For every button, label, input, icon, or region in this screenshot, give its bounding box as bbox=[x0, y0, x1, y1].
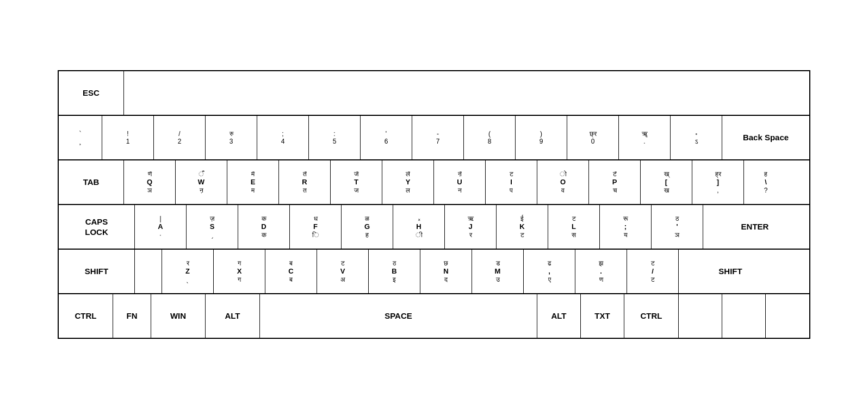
key-rbracket[interactable]: ह्र ] , bbox=[692, 160, 744, 204]
key-m[interactable]: ड M उ bbox=[472, 250, 524, 293]
alt-right-key[interactable]: ALT bbox=[537, 294, 581, 338]
key-3-top: रु bbox=[230, 130, 233, 138]
key-t[interactable]: ज̄ T ज bbox=[331, 160, 382, 204]
caps-lock-key[interactable]: CAPSLOCK bbox=[59, 205, 135, 249]
key-q-bot: ञ bbox=[147, 187, 152, 194]
shift-right-key[interactable]: SHIFT bbox=[679, 250, 782, 293]
key-z[interactable]: र Z ˎ bbox=[162, 250, 214, 293]
key-f[interactable]: ध F ि bbox=[290, 205, 342, 249]
key-equals[interactable]: ॰ ऽ bbox=[671, 116, 722, 159]
key-f-mid: F bbox=[313, 222, 318, 231]
key-7-bot: 7 bbox=[436, 138, 440, 145]
key-6[interactable]: ' 6 bbox=[361, 116, 412, 159]
key-minus-bot: . bbox=[643, 138, 645, 145]
key-s-mid: S bbox=[210, 222, 215, 231]
key-l[interactable]: ट L स bbox=[548, 205, 600, 249]
key-quote-mid: ' bbox=[676, 222, 678, 231]
key-w[interactable]: ँ W ऩ bbox=[176, 160, 227, 204]
backspace-label: Back Space bbox=[743, 132, 789, 143]
empty-key-1 bbox=[679, 294, 722, 338]
key-i[interactable]: ट I प bbox=[486, 160, 537, 204]
key-o[interactable]: ो O व bbox=[537, 160, 589, 204]
key-p[interactable]: ट̄ P च bbox=[589, 160, 641, 204]
key-n[interactable]: छ N द bbox=[420, 250, 472, 293]
tab-key[interactable]: TAB bbox=[59, 160, 124, 204]
key-3-bot: 3 bbox=[230, 138, 233, 145]
key-period[interactable]: झ . ण bbox=[575, 250, 627, 293]
key-k[interactable]: ई K ट bbox=[497, 205, 548, 249]
key-5-top: : bbox=[333, 130, 335, 138]
key-4-top: ; bbox=[282, 130, 283, 138]
key-0[interactable]: छ्र 0 bbox=[567, 116, 619, 159]
key-minus[interactable]: ॠ . bbox=[619, 116, 671, 159]
key-v[interactable]: ट V अ bbox=[317, 250, 369, 293]
key-t-bot: ज bbox=[354, 187, 358, 194]
backspace-key[interactable]: Back Space bbox=[722, 116, 809, 159]
space-label: SPACE bbox=[385, 311, 412, 321]
key-4[interactable]: ; 4 bbox=[257, 116, 309, 159]
key-comma-top: ढ bbox=[548, 259, 551, 267]
key-5[interactable]: : 5 bbox=[309, 116, 361, 159]
esc-key[interactable]: ESC bbox=[59, 71, 124, 115]
key-1-bot: 1 bbox=[126, 138, 130, 145]
fn-key[interactable]: FN bbox=[113, 294, 151, 338]
key-slash-top: ट bbox=[651, 259, 655, 267]
key-1[interactable]: ! 1 bbox=[102, 116, 154, 159]
key-backquote[interactable]: ˋ ¸ bbox=[59, 116, 102, 159]
key-quote[interactable]: ठ ' ञ bbox=[652, 205, 703, 249]
key-c[interactable]: ब C ब bbox=[265, 250, 317, 293]
key-x-bot: ग bbox=[238, 276, 241, 283]
key-n-mid: N bbox=[443, 267, 448, 276]
key-0-bot: 0 bbox=[591, 138, 595, 145]
key-u[interactable]: ऩ̄ U न bbox=[434, 160, 486, 204]
key-comma[interactable]: ढ , ए bbox=[524, 250, 575, 293]
key-period-bot: ण bbox=[599, 276, 603, 283]
txt-key[interactable]: TXT bbox=[581, 294, 624, 338]
key-e[interactable]: म̄ E म bbox=[227, 160, 279, 204]
key-g-mid: G bbox=[364, 222, 370, 231]
key-b-top: ठ bbox=[393, 259, 396, 267]
key-x[interactable]: ग X ग bbox=[214, 250, 265, 293]
key-lbracket[interactable]: ख् [ ख bbox=[641, 160, 692, 204]
key-8[interactable]: ( 8 bbox=[464, 116, 516, 159]
key-l-top: ट bbox=[572, 215, 576, 222]
key-a[interactable]: | A · bbox=[135, 205, 187, 249]
key-u-bot: न bbox=[458, 187, 462, 194]
key-rbracket-mid: ] bbox=[717, 178, 719, 187]
enter-key[interactable]: ENTER bbox=[703, 205, 807, 249]
key-backslash-top: ह bbox=[764, 170, 767, 178]
key-slash[interactable]: ट / ट bbox=[627, 250, 679, 293]
key-c-mid: C bbox=[288, 267, 293, 276]
key-j[interactable]: ऋ J र bbox=[445, 205, 497, 249]
ctrl-right-key[interactable]: CTRL bbox=[624, 294, 679, 338]
key-y[interactable]: ल̄ Y ल bbox=[382, 160, 434, 204]
key-7[interactable]: - 7 bbox=[412, 116, 464, 159]
ctrl-left-key[interactable]: CTRL bbox=[59, 294, 113, 338]
key-i-bot: प bbox=[510, 187, 513, 194]
empty-key-3 bbox=[766, 294, 809, 338]
key-7-top: - bbox=[437, 130, 439, 138]
key-d[interactable]: क D क bbox=[238, 205, 290, 249]
key-n-bot: द bbox=[444, 276, 448, 283]
key-8-top: ( bbox=[488, 130, 491, 138]
win-key[interactable]: WIN bbox=[151, 294, 206, 338]
key-b[interactable]: ठ B इ bbox=[369, 250, 420, 293]
shift-left-key[interactable]: SHIFT bbox=[59, 250, 135, 293]
key-h[interactable]: ₓ H ी bbox=[393, 205, 445, 249]
key-j-top: ऋ bbox=[468, 215, 474, 222]
key-2[interactable]: / 2 bbox=[154, 116, 206, 159]
key-p-mid: P bbox=[612, 178, 617, 187]
key-4-bot: 4 bbox=[281, 138, 285, 145]
key-r[interactable]: त̄ R त bbox=[279, 160, 331, 204]
key-9[interactable]: ) 9 bbox=[516, 116, 567, 159]
key-s[interactable]: ज़ S ˏ bbox=[187, 205, 238, 249]
esc-label: ESC bbox=[83, 88, 100, 98]
key-3[interactable]: रु 3 bbox=[206, 116, 257, 159]
alt-left-key[interactable]: ALT bbox=[206, 294, 260, 338]
key-semicolon[interactable]: रू ; य bbox=[600, 205, 652, 249]
key-backslash[interactable]: ह \ ? bbox=[744, 160, 788, 204]
key-q[interactable]: ण̄ Q ञ bbox=[124, 160, 176, 204]
key-0-top: छ्र bbox=[590, 130, 597, 138]
key-g[interactable]: ळ G ह bbox=[342, 205, 393, 249]
space-key[interactable]: SPACE bbox=[260, 294, 537, 338]
